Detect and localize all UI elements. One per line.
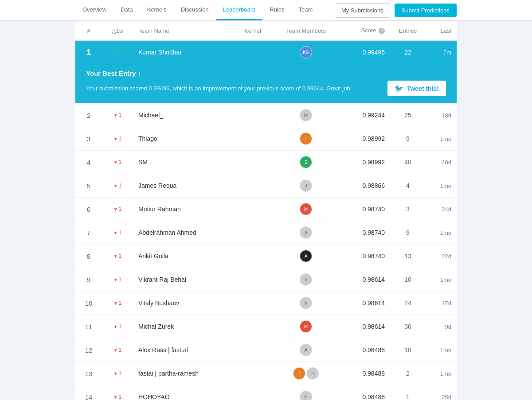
last-cell: 17d: [426, 291, 457, 315]
members-cell: M: [275, 315, 337, 338]
delta-cell: ▲67: [102, 41, 133, 64]
score-info-icon[interactable]: ?: [379, 28, 385, 34]
table-row[interactable]: 12 ▼1 Alex Rass | fast.ai A 0.98488 10 1…: [75, 338, 457, 362]
table-row[interactable]: 1 ▲67 Kumar Shridhar KS 0.99496 22: [75, 41, 457, 64]
team-name-cell: fastai | partha-ramesh: [133, 362, 231, 385]
down-arrow-icon: ▼: [113, 207, 118, 212]
score-cell: 0.98614: [337, 315, 390, 338]
team-name-cell: HOHOYAO: [133, 385, 231, 400]
team-name-cell: SM: [133, 151, 231, 174]
entries-cell: 10: [390, 338, 426, 362]
entries-cell: 22: [390, 41, 426, 64]
members-cell: H: [275, 385, 337, 400]
score-cell: 0.98866: [337, 174, 390, 198]
members-cell: J: [275, 174, 337, 198]
entries-cell: 24: [390, 291, 426, 315]
team-name-cell: Ankit Goila: [133, 245, 231, 268]
page-wrapper: Overview Data Kernels Discussion Leaderb…: [0, 0, 532, 400]
table-row[interactable]: 9 ▼1 Vikrant Raj Behal V 0.98614 10 1mo: [75, 268, 457, 291]
tab-kernels[interactable]: Kernels: [140, 0, 174, 20]
table-row[interactable]: 6 ▼1 Motiur Rahman M 0.98740 3 24d: [75, 198, 457, 221]
kernel-cell: [231, 127, 275, 151]
tab-overview[interactable]: Overview: [75, 0, 113, 20]
rank-cell: 12: [75, 338, 102, 362]
tweet-button[interactable]: 🐦 Tweet this!: [387, 81, 446, 96]
table-row[interactable]: 2 ▼1 Michael_ M 0.99244 25 18d: [75, 104, 457, 127]
score-cell: 0.99496: [337, 41, 390, 64]
table-row[interactable]: 3 ▼1 Thiago T 0.98992 9 1mo: [75, 127, 457, 151]
col-header-delta: △1w: [102, 21, 133, 41]
nav-actions: My Submissions Submit Predictions: [335, 3, 457, 18]
leaderboard-container: # △1w Team Name Kernel Team Members Scor…: [75, 21, 457, 400]
kernel-cell: [231, 198, 275, 221]
tab-data[interactable]: Data: [113, 0, 140, 20]
rank-cell: 2: [75, 104, 102, 127]
rank-cell: 6: [75, 198, 102, 221]
down-arrow-icon: ▼: [113, 160, 118, 165]
kernel-cell: [231, 315, 275, 338]
score-cell: 0.98488: [337, 385, 390, 400]
down-arrow-icon: ▼: [113, 230, 118, 235]
rank-cell: 9: [75, 268, 102, 291]
down-arrow-icon: ▼: [113, 348, 118, 353]
down-arrow-icon: ▼: [113, 395, 118, 400]
table-row[interactable]: 8 ▼1 Ankit Goila A 0.98740 13 22d: [75, 245, 457, 268]
table-row[interactable]: 14 ▼1 HOHOYAO H 0.98488 1 25d: [75, 385, 457, 400]
best-entry-body: Your submission scored 0.99496, which is…: [86, 81, 446, 96]
entries-cell: 36: [390, 315, 426, 338]
rank-cell: 1: [75, 41, 102, 64]
down-arrow-icon: ▼: [113, 277, 118, 282]
team-name-cell: Vikrant Raj Behal: [133, 268, 231, 291]
delta-down-indicator: ▼1: [107, 136, 128, 142]
delta-down-indicator: ▼1: [107, 370, 128, 377]
delta-cell: ▼1: [102, 291, 133, 315]
team-name-cell: Kumar Shridhar: [133, 41, 231, 64]
kernel-cell: [231, 245, 275, 268]
delta-down-indicator: ▼1: [107, 300, 128, 306]
last-cell: 1mo: [426, 127, 457, 151]
avatar: A: [300, 250, 312, 262]
col-header-score: Score ?: [337, 21, 390, 41]
col-header-team: Team Name: [133, 21, 231, 41]
last-cell: 1mo: [426, 338, 457, 362]
team-name-cell: Vitaly Bushaev: [133, 291, 231, 315]
table-row[interactable]: 10 ▼1 Vitaly Bushaev V 0.98614 24 17d: [75, 291, 457, 315]
kernel-cell: [231, 151, 275, 174]
delta-cell: ▼1: [102, 245, 133, 268]
members-cell: A: [275, 221, 337, 245]
delta-down-indicator: ▼1: [107, 347, 128, 353]
team-name-cell: Abdelrahman Ahmed: [133, 221, 231, 245]
col-header-rank: #: [75, 21, 102, 41]
delta-down-indicator: ▼1: [107, 323, 128, 330]
table-row[interactable]: 11 ▼1 Michal Zurek M 0.98614 36 9d: [75, 315, 457, 338]
tab-rules[interactable]: Rules: [262, 0, 291, 20]
rank-cell: 5: [75, 174, 102, 198]
table-row[interactable]: 7 ▼1 Abdelrahman Ahmed A 0.98740 9 1mo: [75, 221, 457, 245]
tab-team[interactable]: Team: [292, 0, 320, 20]
my-submissions-button[interactable]: My Submissions: [335, 3, 390, 18]
team-name-cell: Thiago: [133, 127, 231, 151]
last-cell: 20d: [426, 151, 457, 174]
tab-leaderboard[interactable]: Leaderboard: [216, 0, 263, 20]
delta-cell: ▼1: [102, 127, 133, 151]
table-row[interactable]: 5 ▼1 James Requa J 0.98866 4 1mo: [75, 174, 457, 198]
kernel-cell: [231, 268, 275, 291]
down-arrow-icon: ▼: [113, 324, 118, 329]
table-row[interactable]: 13 ▼1 fastai | partha-ramesh f p 0.98488…: [75, 362, 457, 385]
down-arrow-icon: ▼: [113, 183, 118, 188]
members-cell: M: [275, 104, 337, 127]
kernel-cell: [231, 221, 275, 245]
avatar: p: [306, 367, 319, 380]
members-cell: S: [275, 151, 337, 174]
nav-tabs: Overview Data Kernels Discussion Leaderb…: [75, 0, 320, 20]
submit-predictions-button[interactable]: Submit Predictions: [395, 4, 457, 17]
tab-discussion[interactable]: Discussion: [174, 0, 216, 20]
avatar: M: [300, 203, 312, 215]
entries-cell: 40: [390, 151, 426, 174]
avatar: S: [300, 156, 312, 168]
delta-down-indicator: ▼1: [107, 112, 128, 118]
avatar-group: KS: [280, 46, 332, 58]
nav-tabs-bar: Overview Data Kernels Discussion Leaderb…: [0, 0, 532, 21]
table-row[interactable]: 4 ▼1 SM S 0.98992 40 20d: [75, 151, 457, 174]
entries-cell: 4: [390, 174, 426, 198]
